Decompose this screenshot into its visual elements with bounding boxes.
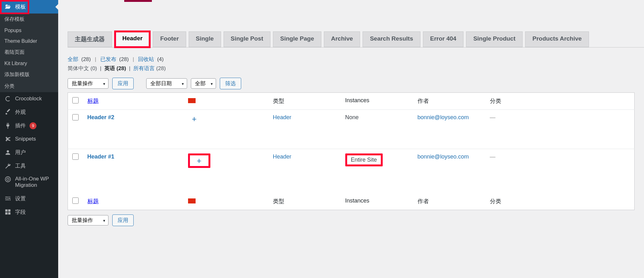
post-status-filters: 全部 (28) | 已发布 (28) | 回收站 (4) [68,56,635,63]
top-placeholder [58,0,644,15]
admin-sidebar: 模板 保存模板 Popups Theme Builder 着陆页面 Kit Li… [0,0,58,278]
filter-all[interactable]: 全部 [68,56,78,62]
tab-header[interactable]: Header [114,31,151,48]
filter-button[interactable]: 筛选 [220,78,241,89]
update-badge: 9 [30,122,36,129]
sidebar-item-tools[interactable]: 工具 [0,159,58,173]
row-instances: None [345,114,359,120]
highlight-instances: Entire Site [345,153,383,166]
sidebar-item-label: All-in-One WP Migration [15,176,54,189]
sidebar-item-label: 设置 [15,195,26,202]
sidebar-sub-saved-templates[interactable]: 保存模板 [0,14,58,25]
bulk-action-select[interactable]: 批量操作 [68,78,108,89]
folder-open-icon [4,3,11,10]
sidebar-item-users[interactable]: 用户 [0,146,58,159]
count: (28) [118,56,129,62]
sidebar-sub-popups[interactable]: Popups [0,25,58,36]
select-all-checkbox-bottom[interactable] [72,197,79,204]
row-author-link[interactable]: bonnie@loyseo.com [418,114,469,120]
sidebar-item-label: Snippets [15,136,36,142]
plug-icon [4,122,11,129]
table-row: Header #1 + Header Entire Site bonnie@lo… [68,149,635,193]
grid-icon [4,208,11,215]
col-category: 分类 [486,93,635,110]
col-author[interactable]: 作者 [418,98,429,104]
filter-published[interactable]: 已发布 [100,56,116,62]
sidebar-item-label: 字段 [15,208,26,216]
tab-archive[interactable]: Archive [324,31,360,47]
sidebar-sub-kit-library[interactable]: Kit Library [0,58,58,69]
select-all-checkbox[interactable] [72,97,79,103]
row-checkbox[interactable] [72,153,79,160]
lang-all[interactable]: 所有语言 [133,65,155,71]
lang-zh[interactable]: 简体中文 (0) [68,65,97,71]
tab-single-post[interactable]: Single Post [224,31,270,47]
row-checkbox[interactable] [72,114,79,120]
tab-theme-builder[interactable]: 主题生成器 [68,31,112,47]
row-type-link[interactable]: Header [273,153,291,160]
sidebar-item-templates[interactable]: 模板 [0,0,58,14]
sidebar-item-label: 模板 [15,3,26,10]
date-filter-select[interactable]: 全部日期 [146,78,187,89]
tab-single-product[interactable]: Single Product [466,31,523,47]
row-category: — [490,114,496,120]
row-author-link[interactable]: bonnie@loyseo.com [418,153,469,160]
row-category: — [490,153,496,160]
sidebar-item-label: 用户 [15,149,26,156]
row-title-link[interactable]: Header #1 [87,153,114,160]
sidebar-item-settings[interactable]: 设置 [0,192,58,205]
lang-en[interactable]: 英语 (28) [104,65,126,71]
plus-icon: + [192,115,197,123]
sidebar-item-label: 插件 [15,122,26,129]
templates-table: 标题 类型 Instances 作者 分类 Header #2 + Header… [68,92,635,210]
user-icon [4,149,11,156]
tab-error-404[interactable]: Error 404 [423,31,464,47]
sidebar-item-appearance[interactable]: 外观 [0,105,58,119]
add-translation-button[interactable]: + [188,114,201,124]
sidebar-item-aio-migration[interactable]: All-in-One WP Migration [0,173,58,192]
col-title[interactable]: 标题 [87,198,99,204]
table-row: Header #2 + Header None bonnie@loyseo.co… [68,110,635,149]
sliders-icon [4,195,11,202]
col-type: 类型 [269,193,341,210]
col-category: 分类 [486,193,635,210]
row-type-link[interactable]: Header [273,114,291,120]
sidebar-item-snippets[interactable]: Snippets [0,132,58,146]
sidebar-item-plugins[interactable]: 插件 9 [0,119,58,132]
sidebar-sub-add-new[interactable]: 添加新模版 [0,69,58,81]
sidebar-item-label: Crocoblock [15,96,42,102]
sidebar-item-fields[interactable]: 字段 [0,205,58,219]
category-filter-select[interactable]: 全部 [191,78,216,89]
apply-bulk-button[interactable]: 应用 [112,78,134,89]
sidebar-sub-categories[interactable]: 分类 [0,81,58,92]
tab-search-results[interactable]: Search Results [363,31,420,47]
scissors-icon [4,136,11,142]
tab-products-archive[interactable]: Products Archive [525,31,589,47]
count: (28) [80,56,91,62]
sidebar-sub-landing[interactable]: 着陆页面 [0,47,58,58]
sidebar-sub-theme-builder[interactable]: Theme Builder [0,36,58,47]
tab-footer[interactable]: Footer [153,31,186,47]
main-content: 主题生成器 Header Footer Single Single Post S… [58,0,644,278]
tab-single[interactable]: Single [189,31,221,47]
sidebar-item-label: 工具 [15,162,26,170]
apply-bulk-button-bottom[interactable]: 应用 [112,214,134,226]
migration-icon [4,176,11,183]
sidebar-item-crocoblock[interactable]: Crocoblock [0,92,58,105]
row-title-link[interactable]: Header #2 [87,114,114,120]
sidebar-item-label: 外观 [15,108,26,116]
filter-trash[interactable]: 回收站 [138,56,154,62]
col-title[interactable]: 标题 [87,98,99,104]
crocoblock-icon [4,95,11,102]
col-instances: Instances [341,193,413,210]
svg-point-0 [5,177,11,182]
plus-icon[interactable]: + [197,157,202,165]
tab-single-page[interactable]: Single Page [273,31,321,47]
template-type-tabs: 主题生成器 Header Footer Single Single Post S… [68,31,644,47]
row-instances: Entire Site [351,157,377,163]
col-type: 类型 [269,93,341,110]
flag-cn-icon [188,198,196,203]
bulk-action-select-bottom[interactable]: 批量操作 [68,215,108,225]
col-author[interactable]: 作者 [418,198,429,204]
wrench-icon [4,163,11,170]
